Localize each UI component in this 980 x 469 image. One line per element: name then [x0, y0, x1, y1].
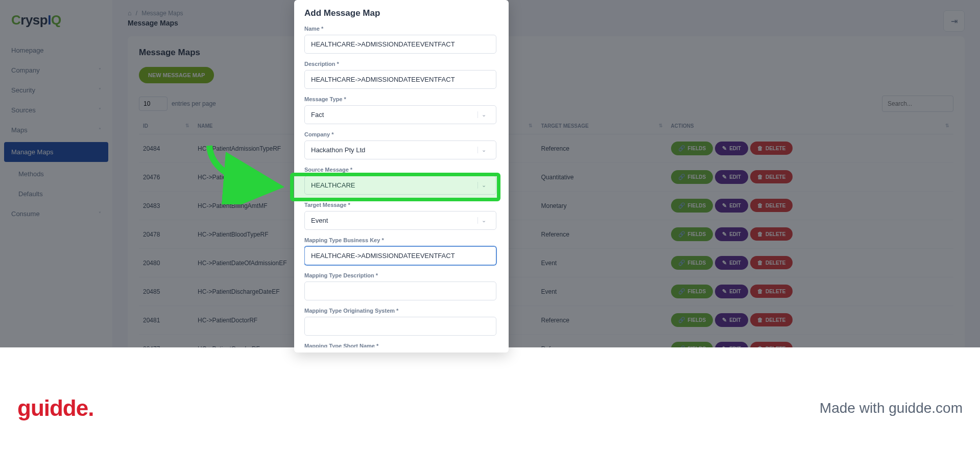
- company-label: Company *: [304, 131, 496, 137]
- description-label: Description *: [304, 61, 496, 67]
- name-label: Name *: [304, 26, 496, 32]
- message-type-label: Message Type *: [304, 96, 496, 102]
- message-type-select[interactable]: Fact ⌄: [304, 105, 496, 124]
- short-name-label: Mapping Type Short Name *: [304, 343, 496, 347]
- chevron-down-icon: ⌄: [477, 182, 490, 189]
- originating-system-input[interactable]: [304, 317, 496, 336]
- name-input[interactable]: [304, 35, 496, 54]
- originating-system-label: Mapping Type Originating System *: [304, 308, 496, 314]
- mapping-type-description-label: Mapping Type Description *: [304, 272, 496, 278]
- target-message-label: Target Message *: [304, 202, 496, 208]
- chevron-down-icon: ⌄: [477, 217, 490, 224]
- chevron-down-icon: ⌄: [477, 147, 490, 153]
- mapping-type-description-input[interactable]: [304, 282, 496, 300]
- add-message-map-modal: Add Message Map Name * Description * Mes…: [294, 0, 509, 353]
- company-select[interactable]: Hackathon Pty Ltd ⌄: [304, 140, 496, 159]
- source-message-select[interactable]: HEALTHCARE ⌄: [304, 176, 496, 195]
- business-key-label: Mapping Type Business Key *: [304, 237, 496, 243]
- made-with-text: Made with guidde.com: [820, 400, 963, 416]
- description-input[interactable]: [304, 70, 496, 89]
- guidde-footer: guidde. Made with guidde.com: [0, 347, 980, 469]
- chevron-down-icon: ⌄: [477, 111, 490, 118]
- target-message-select[interactable]: Event ⌄: [304, 211, 496, 230]
- modal-title: Add Message Map: [304, 8, 498, 18]
- guidde-logo: guidde.: [17, 395, 93, 421]
- source-message-label: Source Message *: [304, 167, 496, 173]
- business-key-input[interactable]: [304, 246, 496, 265]
